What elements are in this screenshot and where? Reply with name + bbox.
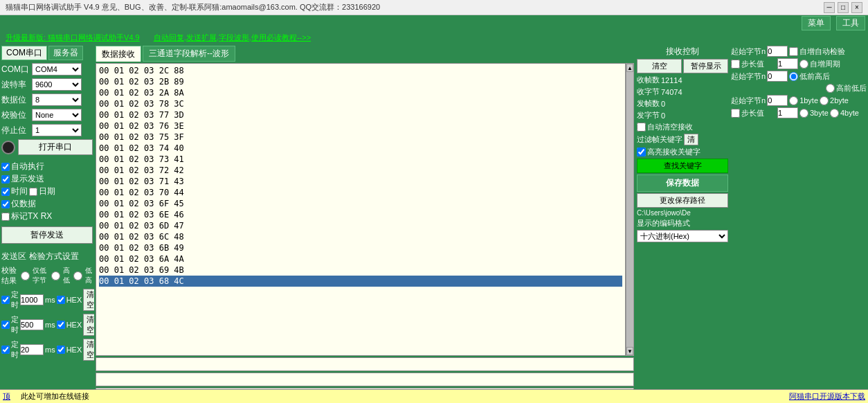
mark-txrx-check[interactable] bbox=[1, 213, 10, 221]
com-server-tabs: COM串口 服务器 bbox=[1, 46, 93, 60]
filter-clear-button[interactable]: 清 bbox=[684, 134, 698, 145]
tab-3channel[interactable]: 三通道字段解析--波形 bbox=[143, 46, 235, 62]
timer2-input[interactable] bbox=[20, 319, 44, 330]
send-area-label: 发送区 bbox=[1, 251, 26, 262]
upgradebar: 升级最新版: 猫猫串口网络调试助手V4.9 自动回复,发送扩展,字段波形,使用必… bbox=[0, 30, 868, 44]
date-label: 日期 bbox=[39, 186, 55, 197]
databits-select[interactable]: 8 bbox=[32, 93, 82, 106]
encoding-select[interactable]: 十六进制(Hex) ASCII UTF-8 bbox=[637, 230, 728, 242]
high-recv-check[interactable] bbox=[637, 147, 646, 156]
statusbar-extra-link[interactable]: 此处可增加在线链接 bbox=[21, 392, 89, 400]
auto-exec-check[interactable] bbox=[1, 163, 10, 171]
stop-send-button[interactable]: 暂停发送 bbox=[1, 226, 93, 244]
statusbar-scroll-text: 顶 此处可增加在线链接 bbox=[3, 391, 789, 402]
close-button[interactable]: × bbox=[851, 2, 862, 13]
step-val-input2[interactable] bbox=[777, 107, 798, 118]
tab-server[interactable]: 服务器 bbox=[48, 46, 83, 60]
timer3-hex-check[interactable] bbox=[57, 346, 65, 354]
only-data-row[interactable]: 仅数据 bbox=[1, 198, 93, 210]
save-data-button[interactable]: 保存数据 bbox=[637, 174, 728, 192]
receive-line: 00 01 02 03 6F 45 bbox=[99, 198, 622, 209]
show-send-check[interactable] bbox=[1, 175, 10, 183]
receive-area[interactable]: 00 01 02 03 2C 8800 01 02 03 2B 8900 01 … bbox=[96, 63, 626, 356]
step-val-input1[interactable] bbox=[777, 58, 798, 69]
start-char-n-input2[interactable] bbox=[767, 71, 788, 82]
menu-button[interactable]: 菜单 bbox=[802, 16, 831, 30]
step-val-check1[interactable] bbox=[731, 60, 740, 69]
step-val-row1: 步长值 自增周期 bbox=[731, 58, 867, 69]
auto-clear-check[interactable] bbox=[637, 123, 646, 132]
3byte-radio[interactable] bbox=[799, 109, 808, 118]
restore-button[interactable]: □ bbox=[838, 2, 849, 13]
send-input-2[interactable] bbox=[96, 373, 634, 386]
tools-button[interactable]: 工具 bbox=[836, 16, 865, 30]
high-low-radio[interactable] bbox=[826, 84, 835, 93]
change-path-button[interactable]: 更改保存路径 bbox=[637, 193, 728, 208]
date-check[interactable] bbox=[29, 188, 37, 196]
stopbits-select[interactable]: 1 bbox=[32, 124, 82, 136]
feature-link[interactable]: 自动回复,发送扩展,字段波形,使用必读教程-->> bbox=[154, 33, 311, 43]
encoding-label: 显示的编码格式 bbox=[637, 218, 728, 229]
step-val-check2[interactable] bbox=[731, 109, 740, 118]
timer2-hex-check[interactable] bbox=[57, 321, 65, 329]
timer3-input[interactable] bbox=[20, 344, 44, 355]
right-extra-panel: 起始字节n 自增自动检验 步长值 自增周期 起始字节n 低前高后 高前低后 起始… bbox=[730, 44, 868, 403]
2byte-radio[interactable] bbox=[820, 96, 829, 105]
time-check[interactable] bbox=[1, 188, 10, 196]
timer1-hex-check[interactable] bbox=[57, 296, 65, 304]
tab-receive[interactable]: 数据接收 bbox=[96, 46, 141, 62]
mark-txrx-row[interactable]: 标记TX RX bbox=[1, 211, 93, 222]
upgrade-link[interactable]: 升级最新版: 猫猫串口网络调试助手V4.9 bbox=[6, 33, 140, 43]
timer3-check[interactable] bbox=[1, 346, 10, 354]
send-input-1[interactable] bbox=[96, 357, 634, 371]
send-bytes-row: 发字节 0 bbox=[637, 110, 728, 120]
scroll-thumb[interactable] bbox=[626, 72, 633, 347]
receive-line: 00 01 02 03 6A 4A bbox=[99, 253, 622, 265]
scroll-up-arrow[interactable]: ▲ bbox=[626, 64, 633, 72]
stopbits-label: 停止位 bbox=[1, 125, 32, 136]
show-send-label: 显示发送 bbox=[11, 173, 44, 185]
timer2-check[interactable] bbox=[1, 321, 10, 329]
minimize-button[interactable]: ─ bbox=[824, 2, 835, 13]
verify-low-high-radio[interactable] bbox=[73, 271, 82, 280]
auto-incr-check[interactable] bbox=[789, 47, 798, 56]
incr-period-radio[interactable] bbox=[799, 60, 808, 69]
4byte-radio[interactable] bbox=[830, 109, 839, 118]
show-send-row[interactable]: 显示发送 bbox=[1, 173, 93, 185]
window-controls: ─ □ × bbox=[824, 2, 862, 13]
tab-com[interactable]: COM串口 bbox=[1, 46, 47, 60]
recv-bytes-value: 74074 bbox=[661, 88, 682, 96]
pause-recv-button[interactable]: 暂停显示 bbox=[683, 59, 728, 73]
auto-clear-row: 自动清空接收 bbox=[637, 122, 728, 132]
parity-select[interactable]: None bbox=[32, 109, 82, 121]
timer1-hex-label: HEX bbox=[66, 296, 82, 304]
data-tabs: 数据接收 三通道字段解析--波形 bbox=[96, 46, 634, 62]
statusbar-top-label[interactable]: 顶 bbox=[3, 392, 10, 400]
scroll-down-arrow[interactable]: ▼ bbox=[626, 347, 633, 355]
timer1-check[interactable] bbox=[1, 296, 10, 304]
start-char-n-input3[interactable] bbox=[767, 95, 788, 106]
timer1-input[interactable] bbox=[20, 294, 44, 305]
right-panel: 接收控制 清空 暂停显示 收帧数 12114 收字节 74074 发帧数 0 发… bbox=[635, 44, 730, 403]
com-select[interactable]: COM4 bbox=[32, 63, 82, 75]
start-char-n-input1[interactable] bbox=[767, 46, 788, 57]
receive-scrollbar[interactable]: ▲ ▼ bbox=[626, 63, 634, 356]
com-row: COM口 COM4 bbox=[1, 63, 93, 75]
auto-exec-row[interactable]: 自动执行 bbox=[1, 161, 93, 172]
filter-keyword-label: 过滤帧关键字 bbox=[637, 134, 682, 145]
step-val-row2: 步长值 3byte 4byte bbox=[731, 107, 867, 118]
find-keyword-button[interactable]: 查找关键字 bbox=[637, 159, 728, 173]
low-high-radio[interactable] bbox=[789, 72, 798, 81]
receive-line: 00 01 02 03 68 4C bbox=[99, 276, 622, 287]
open-port-button[interactable]: 打开串口 bbox=[18, 139, 93, 155]
baud-select[interactable]: 9600 bbox=[32, 78, 82, 91]
parity-row: 校验位 None bbox=[1, 109, 93, 121]
clear-pause-row: 清空 暂停显示 bbox=[637, 59, 728, 73]
1byte-radio[interactable] bbox=[789, 96, 798, 105]
verify-only-low-radio[interactable] bbox=[21, 271, 30, 280]
statusbar-download-link[interactable]: 阿猫串口开源版本下载 bbox=[789, 391, 865, 402]
only-data-check[interactable] bbox=[1, 200, 10, 208]
high-recv-label: 高亮接收关键字 bbox=[647, 147, 700, 157]
clear-recv-button[interactable]: 清空 bbox=[637, 59, 682, 73]
verify-high-low-radio[interactable] bbox=[51, 271, 60, 280]
